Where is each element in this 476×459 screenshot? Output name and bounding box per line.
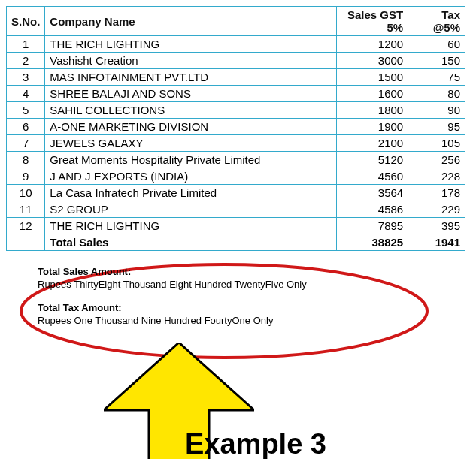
table-header-row: S.No. Company Name Sales GST 5% Tax @5% xyxy=(7,7,465,36)
cell-sno: 10 xyxy=(7,185,45,201)
cell-tax: 90 xyxy=(408,102,465,119)
cell-tax: 80 xyxy=(408,86,465,102)
cell-sales: 7895 xyxy=(337,218,408,234)
cell-company: S2 GROUP xyxy=(45,201,337,218)
cell-company: SAHIL COLLECTIONS xyxy=(45,102,337,119)
cell-company: MAS INFOTAINMENT PVT.LTD xyxy=(45,69,337,86)
cell-tax: 75 xyxy=(408,69,465,86)
cell-sno: 2 xyxy=(7,53,45,69)
cell-sno: 4 xyxy=(7,86,45,102)
cell-sno: 9 xyxy=(7,168,45,185)
cell-company: A-ONE MARKETING DIVISION xyxy=(45,119,337,135)
cell-total-tax: 1941 xyxy=(408,234,465,251)
cell-company: SHREE BALAJI AND SONS xyxy=(45,86,337,102)
total-tax-label: Total Tax Amount: xyxy=(38,302,307,313)
table-row: 8Great Moments Hospitality Private Limit… xyxy=(7,152,465,168)
cell-sno: 11 xyxy=(7,201,45,218)
cell-sno: 6 xyxy=(7,119,45,135)
total-sales-label: Total Sales Amount: xyxy=(38,266,307,277)
cell-sales: 1900 xyxy=(337,119,408,135)
table-row: 10La Casa Infratech Private Limited35641… xyxy=(7,185,465,201)
cell-sno: 1 xyxy=(7,36,45,53)
total-tax-words: Rupees One Thousand Nine Hundred FourtyO… xyxy=(38,315,307,326)
cell-tax: 105 xyxy=(408,135,465,152)
table-row: 12THE RICH LIGHTING7895395 xyxy=(7,218,465,234)
cell-sales: 5120 xyxy=(337,152,408,168)
table-total-row: Total Sales388251941 xyxy=(7,234,465,251)
table-row: 2Vashisht Creation3000150 xyxy=(7,53,465,69)
table-row: 7JEWELS GALAXY2100105 xyxy=(7,135,465,152)
header-tax: Tax @5% xyxy=(408,7,465,36)
example-label: Example 3 xyxy=(185,428,326,459)
cell-company: J AND J EXPORTS (INDIA) xyxy=(45,168,337,185)
cell-company: Great Moments Hospitality Private Limite… xyxy=(45,152,337,168)
cell-tax: 178 xyxy=(408,185,465,201)
cell-sno: 8 xyxy=(7,152,45,168)
table-row: 5SAHIL COLLECTIONS180090 xyxy=(7,102,465,119)
header-sno: S.No. xyxy=(7,7,45,36)
table-row: 9J AND J EXPORTS (INDIA)4560228 xyxy=(7,168,465,185)
cell-sno: 3 xyxy=(7,69,45,86)
cell-tax: 228 xyxy=(408,168,465,185)
table-row: 3MAS INFOTAINMENT PVT.LTD150075 xyxy=(7,69,465,86)
cell-sales: 1500 xyxy=(337,69,408,86)
cell-sales: 1600 xyxy=(337,86,408,102)
cell-company: La Casa Infratech Private Limited xyxy=(45,185,337,201)
cell-company: THE RICH LIGHTING xyxy=(45,218,337,234)
cell-sales: 3000 xyxy=(337,53,408,69)
cell-sno: 5 xyxy=(7,102,45,119)
cell-total-sales: 38825 xyxy=(337,234,408,251)
cell-company: Vashisht Creation xyxy=(45,53,337,69)
table-row: 6A-ONE MARKETING DIVISION190095 xyxy=(7,119,465,135)
cell-tax: 95 xyxy=(408,119,465,135)
cell-tax: 229 xyxy=(408,201,465,218)
cell-total-sno xyxy=(7,234,45,251)
cell-total-label: Total Sales xyxy=(45,234,337,251)
cell-sno: 12 xyxy=(7,218,45,234)
table-row: 4SHREE BALAJI AND SONS160080 xyxy=(7,86,465,102)
total-sales-words: Rupees ThirtyEight Thousand Eight Hundre… xyxy=(38,279,307,290)
cell-company: THE RICH LIGHTING xyxy=(45,36,337,53)
cell-sales: 1800 xyxy=(337,102,408,119)
table-row: 11S2 GROUP4586229 xyxy=(7,201,465,218)
cell-sales: 1200 xyxy=(337,36,408,53)
cell-tax: 60 xyxy=(408,36,465,53)
cell-sales: 4586 xyxy=(337,201,408,218)
cell-sales: 4560 xyxy=(337,168,408,185)
amounts-block: Total Sales Amount: Rupees ThirtyEight T… xyxy=(38,266,307,338)
cell-tax: 150 xyxy=(408,53,465,69)
cell-tax: 395 xyxy=(408,218,465,234)
cell-sno: 7 xyxy=(7,135,45,152)
header-company: Company Name xyxy=(45,7,337,36)
cell-company: JEWELS GALAXY xyxy=(45,135,337,152)
cell-sales: 3564 xyxy=(337,185,408,201)
cell-tax: 256 xyxy=(408,152,465,168)
cell-sales: 2100 xyxy=(337,135,408,152)
sales-table: S.No. Company Name Sales GST 5% Tax @5% … xyxy=(6,6,465,251)
header-sales: Sales GST 5% xyxy=(337,7,408,36)
table-row: 1THE RICH LIGHTING120060 xyxy=(7,36,465,53)
